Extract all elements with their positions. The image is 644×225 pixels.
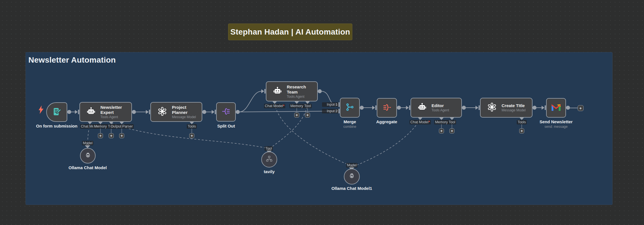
robot-icon <box>273 87 282 96</box>
split-out-icon <box>222 107 231 117</box>
node-subtitle: Message Model <box>502 108 526 112</box>
connector-label-chat-model: Chat Model* <box>264 104 285 108</box>
robot-icon <box>417 103 427 112</box>
add-memory-button[interactable]: + <box>98 133 103 138</box>
node-split-out[interactable] <box>216 102 236 122</box>
node-title: Create TItle <box>502 103 526 108</box>
add-tool-button[interactable]: + <box>189 133 194 138</box>
node-subtitle: Message Model <box>172 115 202 119</box>
connector-label-tools: Tools <box>517 120 527 124</box>
connections-dashed[interactable] <box>88 103 420 166</box>
add-tool-button[interactable]: + <box>305 112 310 118</box>
connector-label-chat-model: Chat Model* <box>410 120 431 124</box>
node-title: Editor <box>432 103 449 108</box>
form-icon <box>52 107 61 117</box>
node-aggregate[interactable] <box>377 98 397 118</box>
trigger-lightning-icon <box>38 105 44 115</box>
node-label: Split Out <box>217 124 235 128</box>
node-on-form-submission[interactable] <box>46 102 67 122</box>
node-label: Ollama Chat Model <box>68 165 107 170</box>
gmail-icon <box>551 103 561 112</box>
connector-label-model: Model <box>82 141 93 145</box>
connector-label-tools: Tools <box>187 124 197 129</box>
node-label: Send Newsletter <box>540 119 573 124</box>
node-subtitle: Tools Agent <box>100 115 131 119</box>
connector-label-model: Model <box>346 163 357 167</box>
llama-icon <box>84 151 92 161</box>
node-tavily[interactable] <box>261 152 277 167</box>
node-label: tavily <box>264 169 275 174</box>
node-title: Research Team <box>287 84 317 95</box>
node-create-title[interactable]: Create TItle Message Model <box>480 98 533 118</box>
add-output-parser-button[interactable]: + <box>119 133 124 138</box>
input-label-1: Input 1 <box>322 102 338 107</box>
node-label: On form submission <box>36 124 77 128</box>
node-ollama-chat-model1[interactable] <box>344 169 360 184</box>
connector-label-tool: Tool <box>265 146 273 151</box>
node-project-planner[interactable]: Project Planner Message Model <box>150 102 202 122</box>
llama-icon <box>348 172 356 181</box>
connector-label-memory: Memory <box>289 104 304 108</box>
add-tool-button[interactable]: + <box>449 128 454 133</box>
node-title: Newsletter Expert <box>100 105 131 115</box>
openai-icon <box>487 102 497 113</box>
node-label: Aggregate <box>376 119 397 124</box>
node-label: Ollama Chat Model1 <box>331 186 372 191</box>
add-tool-button[interactable]: + <box>519 128 524 133</box>
connector-label-output-parser: Output Parser <box>110 124 134 129</box>
node-research-team[interactable]: Research Team Tools Agent <box>266 81 318 101</box>
add-memory-button[interactable]: + <box>439 128 444 133</box>
connector-label-tool: Tool <box>304 104 312 108</box>
sitemap-icon <box>265 155 273 164</box>
node-newsletter-expert[interactable]: Newsletter Expert Tools Agent <box>79 102 132 122</box>
node-subtitle: Tools Agent <box>287 95 317 99</box>
aggregate-icon <box>382 103 392 113</box>
robot-icon <box>86 107 96 117</box>
input-label-2: Input 2 <box>322 109 338 113</box>
add-memory-button[interactable]: + <box>294 112 299 118</box>
connector-label-memory: Memory <box>93 124 108 129</box>
workflow-canvas[interactable]: Newsletter Automation Stephan Hadan | AI… <box>0 0 644 225</box>
connector-label-tool: Tool <box>448 120 456 124</box>
add-tool-button[interactable]: + <box>109 133 114 138</box>
node-sublabel: send: message <box>544 125 567 129</box>
add-node-button[interactable]: + <box>578 105 584 111</box>
node-label: Merge <box>344 119 356 124</box>
node-merge[interactable] <box>340 98 360 118</box>
connector-label-memory: Memory <box>434 120 449 124</box>
openai-icon <box>157 106 167 118</box>
node-title: Project Planner <box>172 105 202 115</box>
node-subtitle: Tools Agent <box>432 108 449 112</box>
node-send-newsletter[interactable] <box>546 98 566 118</box>
merge-icon <box>345 103 354 113</box>
node-sublabel: combine <box>343 125 356 129</box>
node-editor[interactable]: Editor Tools Agent <box>411 98 462 118</box>
node-ollama-chat-model[interactable] <box>80 148 96 164</box>
